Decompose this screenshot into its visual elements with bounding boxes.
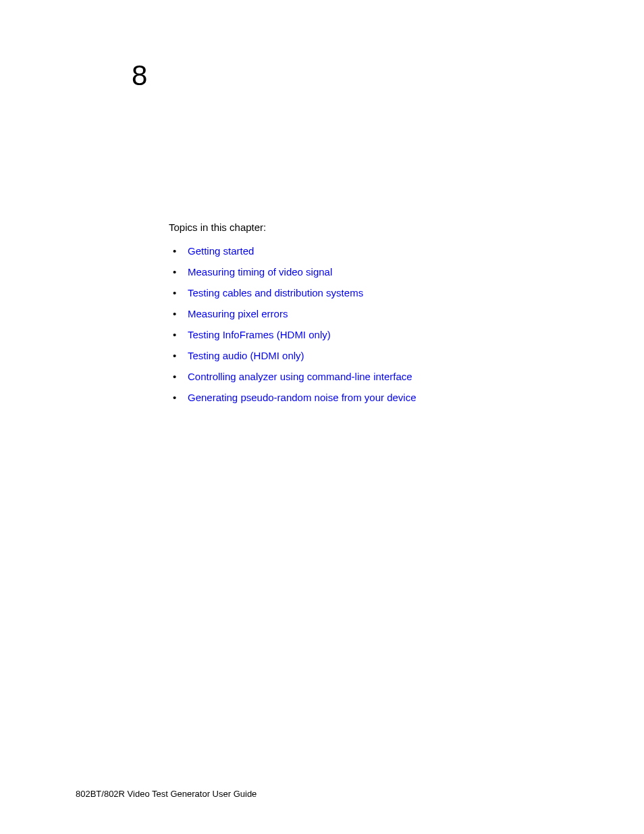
topic-link-testing-cables[interactable]: Testing cables and distribution systems: [188, 287, 363, 298]
bullet-icon: •: [169, 287, 188, 298]
topic-item: • Testing audio (HDMI only): [169, 350, 574, 361]
topics-intro: Topics in this chapter:: [169, 221, 574, 233]
chapter-content: Topics in this chapter: • Getting starte…: [169, 221, 574, 413]
topic-link-controlling-analyzer[interactable]: Controlling analyzer using command-line …: [188, 371, 412, 382]
bullet-icon: •: [169, 329, 188, 340]
bullet-icon: •: [169, 371, 188, 382]
topic-link-measuring-pixel-errors[interactable]: Measuring pixel errors: [188, 308, 288, 319]
topic-item: • Measuring timing of video signal: [169, 266, 574, 278]
topic-link-testing-infoframes[interactable]: Testing InfoFrames (HDMI only): [188, 329, 331, 340]
bullet-icon: •: [169, 245, 188, 257]
topic-item: • Getting started: [169, 245, 574, 257]
topic-item: • Measuring pixel errors: [169, 308, 574, 319]
topic-link-measuring-timing[interactable]: Measuring timing of video signal: [188, 266, 332, 278]
topic-item: • Testing InfoFrames (HDMI only): [169, 329, 574, 340]
topic-link-testing-audio[interactable]: Testing audio (HDMI only): [188, 350, 304, 361]
bullet-icon: •: [169, 308, 188, 319]
topic-item: • Testing cables and distribution system…: [169, 287, 574, 298]
bullet-icon: •: [169, 266, 188, 278]
topic-list: • Getting started • Measuring timing of …: [169, 245, 574, 403]
chapter-number: 8: [132, 59, 147, 92]
topic-link-getting-started[interactable]: Getting started: [188, 245, 254, 257]
topic-item: • Generating pseudo-random noise from yo…: [169, 392, 574, 403]
topic-link-generating-noise[interactable]: Generating pseudo-random noise from your…: [188, 392, 417, 403]
topic-item: • Controlling analyzer using command-lin…: [169, 371, 574, 382]
bullet-icon: •: [169, 350, 188, 361]
page-footer: 802BT/802R Video Test Generator User Gui…: [76, 789, 257, 799]
bullet-icon: •: [169, 392, 188, 403]
